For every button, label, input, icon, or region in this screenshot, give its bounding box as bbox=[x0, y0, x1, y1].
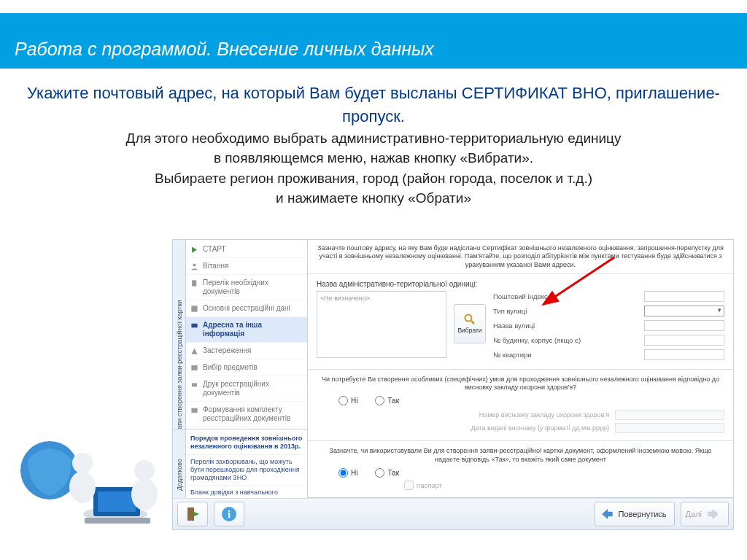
content-pane: Зазначте поштову адресу, на яку Вам буде… bbox=[308, 240, 733, 497]
svg-marker-20 bbox=[708, 510, 719, 519]
step-basic[interactable]: Основні реєстраційні дані bbox=[186, 300, 307, 317]
header-bar: Работа с программой. Внесение личных дан… bbox=[0, 13, 747, 69]
passport-checkbox[interactable] bbox=[404, 481, 414, 490]
svg-marker-5 bbox=[191, 348, 197, 354]
next-button[interactable]: Далі bbox=[681, 502, 729, 526]
conclusion-date-field[interactable] bbox=[615, 423, 724, 433]
page-title: Работа с программой. Внесение личных дан… bbox=[15, 39, 434, 60]
address-block: Назва адміністративно-територіальної оди… bbox=[308, 274, 733, 370]
step-print[interactable]: Друк реєстраційних документів bbox=[186, 376, 307, 402]
building-field[interactable] bbox=[644, 335, 724, 346]
svg-rect-15 bbox=[187, 508, 194, 521]
svg-rect-6 bbox=[191, 365, 197, 370]
info-icon: i bbox=[221, 506, 237, 522]
inst-line4: Выбираете регион проживания, город (райо… bbox=[18, 168, 729, 189]
svg-rect-25 bbox=[85, 518, 150, 524]
svg-marker-16 bbox=[194, 512, 199, 516]
step-start[interactable]: СТАРТ bbox=[186, 241, 307, 258]
search-icon bbox=[464, 314, 476, 325]
svg-rect-2 bbox=[192, 280, 196, 286]
step-warning[interactable]: Застереження bbox=[186, 343, 307, 359]
svg-point-26 bbox=[72, 453, 93, 473]
info-button[interactable]: i bbox=[214, 502, 244, 526]
step-package[interactable]: Формування комплекту реєстраційних докум… bbox=[186, 402, 307, 427]
svg-point-28 bbox=[134, 460, 155, 481]
arrow-right-icon bbox=[706, 507, 721, 521]
street-type-dropdown[interactable] bbox=[644, 306, 724, 316]
inst-line5: и нажимаете кнопку «Обрати» bbox=[18, 188, 729, 209]
instructions: Укажите почтовый адрес, на который Вам б… bbox=[0, 69, 747, 214]
address-fields: Поштовий індекс Тип вулиці Назва вулиці … bbox=[493, 291, 724, 360]
svg-marker-19 bbox=[602, 510, 612, 519]
inst-line3: в появляющемся меню, нажав кнопку «Вибра… bbox=[18, 148, 729, 168]
extra-link-order[interactable]: Порядок проведення зовнішнього незалежно… bbox=[186, 432, 307, 455]
arrow-left-icon bbox=[600, 507, 614, 521]
decorative-figures bbox=[6, 401, 181, 547]
svg-rect-4 bbox=[191, 324, 197, 328]
svg-marker-0 bbox=[192, 246, 197, 252]
svg-rect-24 bbox=[98, 491, 136, 512]
svg-point-13 bbox=[465, 314, 472, 321]
step-welcome[interactable]: Вітання bbox=[186, 258, 307, 275]
admin-unit-box: <Не визначено> bbox=[317, 291, 446, 358]
apartment-field[interactable] bbox=[644, 349, 724, 360]
exit-button[interactable] bbox=[177, 502, 208, 526]
q1-radio-no[interactable]: Ні bbox=[338, 396, 357, 405]
step-docs[interactable]: Перелік необхідних документів bbox=[186, 275, 307, 300]
svg-text:i: i bbox=[228, 508, 231, 520]
postal-index-field[interactable] bbox=[644, 291, 724, 302]
back-button[interactable]: Повернутись bbox=[595, 502, 675, 526]
info-text: Зазначте поштову адресу, на яку Вам буде… bbox=[308, 240, 733, 274]
svg-rect-7 bbox=[192, 383, 197, 386]
svg-point-29 bbox=[131, 478, 158, 510]
extra-link-diseases[interactable]: Перелік захворювань, що можуть бути пере… bbox=[186, 455, 307, 486]
svg-rect-3 bbox=[191, 306, 197, 311]
button-bar: i Повернутись Далі bbox=[172, 498, 734, 530]
street-name-field[interactable] bbox=[644, 320, 724, 331]
conclusion-number-field[interactable] bbox=[615, 410, 724, 420]
svg-point-1 bbox=[193, 263, 196, 266]
svg-rect-8 bbox=[191, 408, 197, 413]
q1-radio-yes[interactable]: Так bbox=[375, 396, 399, 405]
step-address[interactable]: Адресна та інша інформація bbox=[186, 317, 307, 343]
foreign-doc-question: Зазначте, чи використовували Ви для ство… bbox=[308, 441, 733, 497]
select-button[interactable]: Вибрати bbox=[454, 304, 486, 343]
inst-line1: Укажите почтовый адрес, на который Вам б… bbox=[18, 82, 729, 128]
svg-line-14 bbox=[471, 321, 474, 324]
q2-radio-yes[interactable]: Так bbox=[375, 468, 399, 478]
door-exit-icon bbox=[185, 506, 201, 522]
admin-unit-label: Назва адміністративно-територіальної оди… bbox=[317, 280, 724, 288]
health-question: Чи потребуєте Ви створення особливих (сп… bbox=[308, 370, 733, 442]
step-subjects[interactable]: Вибір предметів bbox=[186, 359, 307, 376]
q2-radio-no[interactable]: Ні bbox=[338, 468, 357, 478]
inst-line2: Для этого необходимо выбрать администрат… bbox=[18, 128, 729, 149]
svg-point-27 bbox=[69, 471, 96, 503]
